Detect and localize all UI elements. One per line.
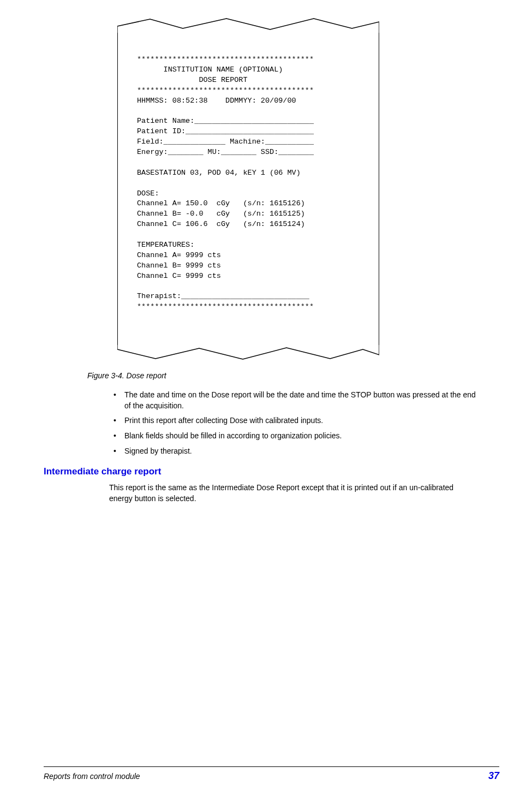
list-item: The date and time on the Dose report wil…: [109, 390, 477, 411]
dose-channel-c: Channel C= 106.6 cGy (s/n: 1615124): [137, 220, 305, 228]
section-heading-intermediate-charge: Intermediate charge report: [44, 466, 488, 477]
dose-channel-b: Channel B= -0.0 cGy (s/n: 1615125): [137, 210, 305, 218]
temp-channel-b: Channel B= 9999 cts: [137, 261, 221, 270]
institution-title: INSTITUTION NAME (OPTIONAL): [137, 66, 283, 74]
receipt-body: ****************************************…: [117, 33, 379, 345]
time-date-line: HHMMSS: 08:52:38 DDMMYY: 20/09/00: [137, 97, 296, 105]
notes-list: The date and time on the Dose report wil…: [109, 390, 477, 456]
torn-edge-top: [117, 16, 379, 33]
patient-name-line: Patient Name:___________________________: [137, 117, 314, 125]
dose-label: DOSE:: [137, 189, 159, 198]
field-machine-line: Field:______________ Machine:___________: [137, 138, 314, 146]
temperatures-label: TEMPERATURES:: [137, 241, 194, 249]
report-title: DOSE REPORT: [137, 76, 248, 84]
torn-edge-bottom: [117, 345, 379, 361]
footer-title: Reports from control module: [44, 772, 140, 781]
list-item: Signed by therapist.: [109, 446, 477, 457]
footer-page-number: 37: [488, 770, 499, 782]
figure-caption: Figure 3-4. Dose report: [87, 371, 488, 380]
separator: ****************************************: [137, 86, 314, 94]
patient-id-line: Patient ID:_____________________________: [137, 127, 314, 135]
section-paragraph: This report is the same as the Intermedi…: [109, 483, 477, 504]
basestation-line: BASESTATION 03, POD 04, kEY 1 (06 MV): [137, 169, 301, 177]
temp-channel-c: Channel C= 9999 cts: [137, 272, 221, 280]
separator: ****************************************: [137, 55, 314, 63]
dose-channel-a: Channel A= 150.0 cGy (s/n: 1615126): [137, 199, 305, 207]
separator: ****************************************: [137, 302, 314, 311]
therapist-line: Therapist:_____________________________: [137, 292, 309, 300]
list-item: Print this report after collecting Dose …: [109, 415, 477, 426]
page-footer: Reports from control module 37: [44, 766, 499, 782]
dose-report-receipt: ****************************************…: [117, 16, 379, 361]
temp-channel-a: Channel A= 9999 cts: [137, 251, 221, 259]
list-item: Blank fields should be filled in accordi…: [109, 431, 477, 442]
energy-mu-ssd-line: Energy:________ MU:________ SSD:________: [137, 148, 314, 156]
